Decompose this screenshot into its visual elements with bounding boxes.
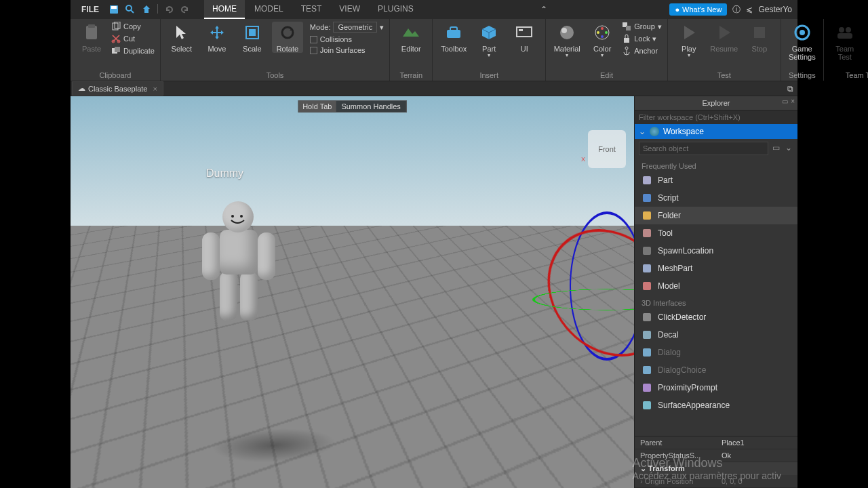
- move-button[interactable]: Move: [201, 22, 233, 53]
- duplicate-button[interactable]: Duplicate: [111, 46, 155, 56]
- document-tabs: ☁ Classic Baseplate × ⧉: [71, 81, 797, 96]
- model-icon: [642, 281, 652, 291]
- share-icon[interactable]: ⩽: [746, 5, 753, 14]
- close-panel-icon[interactable]: ×: [791, 98, 795, 105]
- svg-line-3: [131, 10, 134, 13]
- insert-item-surfaceappearance[interactable]: SurfaceAppearance: [635, 396, 797, 414]
- ribbon-group-teamtest: Team Test Exit Game Team Test: [824, 19, 868, 81]
- rotate-button[interactable]: Rotate: [272, 22, 303, 53]
- svg-rect-48: [643, 331, 651, 339]
- anchor-button[interactable]: Anchor: [622, 46, 662, 56]
- save-icon[interactable]: [108, 4, 119, 15]
- ribbon-group-edit: Material▾ Color▾ Group ▾ Lock ▾ Anchor E…: [546, 19, 668, 81]
- surfaceappearance-icon: [642, 400, 652, 411]
- terrain-editor-button[interactable]: Editor: [395, 22, 427, 53]
- whats-new-button[interactable]: ● What's New: [669, 3, 727, 16]
- insert-object-search[interactable]: [639, 142, 768, 155]
- svg-rect-17: [517, 27, 532, 37]
- svg-point-39: [240, 215, 243, 218]
- lock-button[interactable]: Lock ▾: [622, 34, 662, 43]
- close-tab-icon[interactable]: ×: [153, 85, 157, 93]
- file-menu[interactable]: FILE: [76, 2, 104, 17]
- insert-item-clickdetector[interactable]: ClickDetector: [635, 308, 797, 326]
- section-frequently-used: Frequently Used: [635, 158, 797, 171]
- material-button[interactable]: Material▾: [551, 22, 583, 59]
- username-label[interactable]: GesterYo: [758, 5, 792, 14]
- dummy-nametag: Dummy: [206, 167, 243, 180]
- insert-item-script[interactable]: Script: [635, 189, 797, 207]
- rotate-gizmo[interactable]: [532, 211, 634, 361]
- copy-button[interactable]: Copy: [111, 22, 155, 31]
- ribbon: Paste Copy Cut Duplicate Clipboard Selec…: [71, 19, 797, 81]
- find-icon[interactable]: [125, 4, 136, 15]
- svg-rect-13: [249, 29, 256, 36]
- tab-view[interactable]: VIEW: [331, 0, 368, 19]
- insert-item-model[interactable]: Model: [635, 277, 797, 295]
- tab-plugins[interactable]: PLUGINS: [370, 0, 422, 19]
- insert-item-dialog[interactable]: Dialog: [635, 344, 797, 361]
- undo-icon[interactable]: [163, 4, 174, 15]
- tab-home[interactable]: HOME: [204, 0, 245, 19]
- collapse-ribbon-icon[interactable]: ⌃: [540, 5, 547, 14]
- menubar: FILE HOME MODEL TEST VIEW PLUGINS ⌃ ● Wh…: [71, 0, 797, 19]
- color-button[interactable]: Color▾: [587, 22, 618, 59]
- insert-item-decal[interactable]: Decal: [635, 326, 797, 344]
- main-area: Hold Tab Summon Handles Dummy Front X Ex…: [71, 96, 797, 488]
- right-panels: Explorer ▭× ⌄ Workspace ▭ ⌄ Frequently U…: [634, 96, 797, 488]
- svg-rect-50: [643, 366, 651, 374]
- svg-rect-49: [643, 348, 651, 357]
- svg-point-20: [561, 28, 567, 33]
- expand-icon[interactable]: ⌄: [784, 142, 793, 155]
- viewport-3d[interactable]: Hold Tab Summon Handles Dummy Front X: [71, 96, 634, 488]
- tab-test[interactable]: TEST: [293, 0, 330, 19]
- game-settings-button[interactable]: Game Settings: [787, 22, 818, 61]
- collisions-checkbox[interactable]: Collisions: [310, 35, 384, 43]
- ribbon-group-terrain: Editor Terrain: [390, 19, 433, 81]
- part-button[interactable]: Part▾: [473, 22, 505, 59]
- insert-item-tool[interactable]: Tool: [635, 224, 797, 242]
- dummy-model[interactable]: [193, 201, 288, 357]
- chevron-down-icon[interactable]: ⌄: [639, 127, 646, 136]
- group-button[interactable]: Group ▾: [622, 22, 662, 31]
- help-icon[interactable]: ⓘ: [732, 4, 741, 16]
- toolbox-button[interactable]: Toolbox: [438, 22, 469, 53]
- insert-item-folder[interactable]: Folder: [635, 207, 797, 224]
- insert-item-meshpart[interactable]: MeshPart: [635, 260, 797, 277]
- publish-icon[interactable]: [141, 4, 152, 15]
- property-row[interactable]: ParentPlace1: [635, 436, 797, 449]
- workspace-tree-node[interactable]: ⌄ Workspace: [635, 124, 797, 139]
- activate-windows-watermark: Activer Windows Accédez aux paramètres p…: [633, 456, 781, 481]
- svg-rect-31: [754, 27, 765, 38]
- orientation-cube[interactable]: Front: [588, 130, 626, 168]
- explorer-filter-input[interactable]: [635, 110, 797, 124]
- insert-item-dialogchoice[interactable]: DialogChoice: [635, 361, 797, 379]
- dialog-icon: [642, 347, 652, 358]
- svg-rect-44: [643, 247, 651, 255]
- insert-item-proximityprompt[interactable]: ProximityPrompt: [635, 379, 797, 396]
- tool-icon: [642, 228, 652, 239]
- mode-dropdown[interactable]: Mode: Geometric ▾: [310, 22, 384, 33]
- restore-panels-icon[interactable]: ⧉: [787, 84, 797, 94]
- join-surfaces-checkbox[interactable]: Join Surfaces: [310, 46, 384, 54]
- svg-rect-16: [450, 27, 457, 31]
- app-window: WWW.BANDICAM.COM FILE HOME MODEL TEST VI…: [71, 0, 797, 488]
- part-icon: [642, 175, 652, 186]
- insert-item-label: ClickDetector: [658, 312, 706, 322]
- paste-button[interactable]: Paste: [76, 22, 107, 53]
- insert-item-part[interactable]: Part: [635, 171, 797, 189]
- scale-button[interactable]: Scale: [237, 22, 268, 53]
- ribbon-group-clipboard: Paste Copy Cut Duplicate Clipboard: [71, 19, 161, 81]
- ui-button[interactable]: UI: [509, 22, 540, 53]
- redo-icon[interactable]: [180, 4, 191, 15]
- undock-icon[interactable]: ▭: [782, 98, 788, 105]
- play-button[interactable]: Play▾: [673, 22, 705, 59]
- insert-item-label: SurfaceAppearance: [658, 401, 730, 410]
- view-toggle-icon[interactable]: ▭: [771, 142, 781, 155]
- svg-rect-43: [643, 229, 651, 237]
- select-button[interactable]: Select: [166, 22, 197, 53]
- document-tab[interactable]: ☁ Classic Baseplate ×: [72, 81, 163, 96]
- insert-item-spawnlocation[interactable]: SpawnLocation: [635, 242, 797, 260]
- cut-button[interactable]: Cut: [111, 34, 155, 43]
- axis-x-label: X: [581, 156, 585, 163]
- tab-model[interactable]: MODEL: [246, 0, 292, 19]
